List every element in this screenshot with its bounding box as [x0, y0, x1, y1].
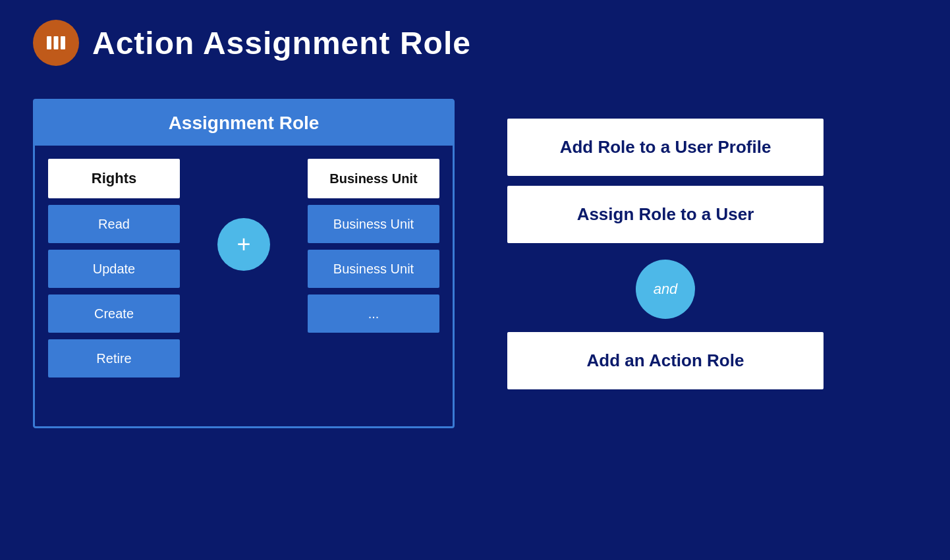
business-unit-column: Business Unit Business Unit Business Uni… [308, 159, 439, 333]
rights-item-update: Update [48, 250, 180, 288]
rights-column: Rights Read Update Create Retire [48, 159, 180, 378]
business-unit-item-1: Business Unit [308, 205, 439, 243]
panel-header: Assignment Role [35, 101, 453, 146]
business-unit-item-2: Business Unit [308, 250, 439, 288]
add-role-to-user-profile-button[interactable]: Add Role to a User Profile [507, 119, 824, 176]
logo-svg [44, 31, 68, 55]
svg-rect-2 [61, 36, 65, 49]
header: Action Assignment Role [0, 0, 950, 86]
and-circle: and [636, 260, 695, 319]
business-unit-item-more: ... [308, 294, 439, 333]
rights-item-retire: Retire [48, 339, 180, 378]
and-text: and [654, 281, 678, 298]
center-plus-container: + [186, 159, 301, 271]
panel-body: Rights Read Update Create Retire + Busin… [35, 146, 453, 391]
rights-item-create: Create [48, 294, 180, 333]
assignment-role-panel: Assignment Role Rights Read Update Creat… [33, 99, 455, 428]
assign-role-to-user-button[interactable]: Assign Role to a User [507, 186, 824, 243]
main-content: Assignment Role Rights Read Update Creat… [0, 86, 950, 441]
svg-rect-1 [54, 36, 59, 49]
business-unit-label: Business Unit [308, 159, 439, 198]
add-action-role-button[interactable]: Add an Action Role [507, 332, 824, 389]
actions-panel: Add Role to a User Profile Assign Role t… [507, 119, 824, 399]
page-title: Action Assignment Role [92, 25, 471, 61]
rights-label: Rights [48, 159, 180, 198]
rights-item-read: Read [48, 205, 180, 243]
svg-rect-0 [47, 36, 51, 49]
app-logo-icon [33, 20, 79, 66]
plus-button[interactable]: + [217, 218, 270, 271]
